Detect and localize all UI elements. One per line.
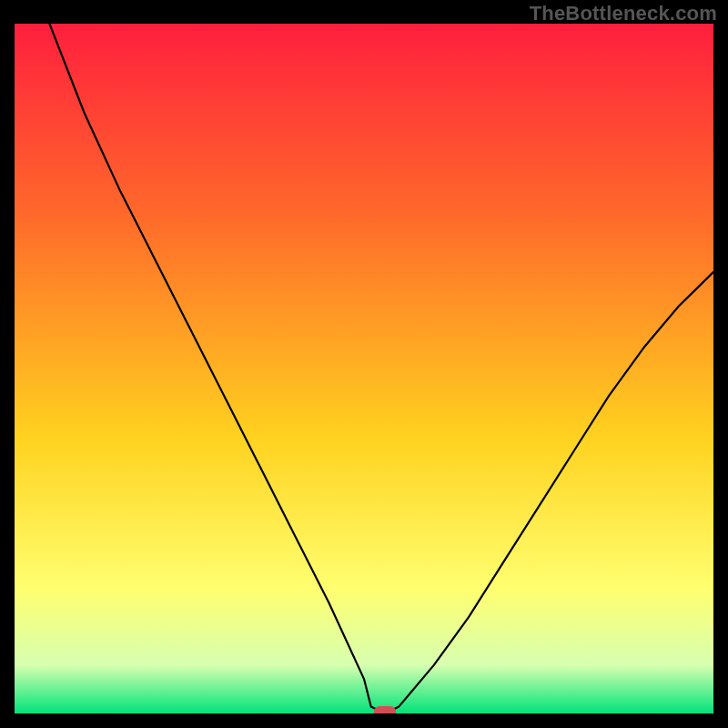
- minimum-marker: [374, 706, 396, 713]
- watermark-text: TheBottleneck.com: [530, 2, 717, 25]
- chart-svg: [15, 24, 713, 713]
- gradient-background: [15, 24, 713, 713]
- chart-frame: TheBottleneck.com: [0, 0, 728, 728]
- plot-area: [15, 24, 713, 713]
